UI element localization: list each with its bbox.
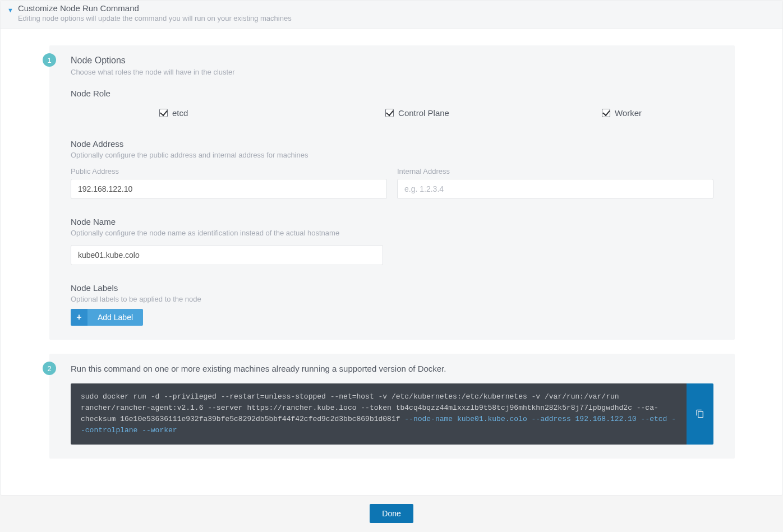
node-address-label: Node Address — [71, 139, 713, 149]
add-label-button[interactable]: + Add Label — [71, 309, 143, 326]
step-1-badge: 1 — [43, 53, 56, 67]
add-label-button-text: Add Label — [87, 309, 143, 326]
public-address-label: Public Address — [71, 167, 387, 175]
step-2-panel: 2 Run this command on one or more existi… — [49, 354, 735, 459]
worker-checkbox[interactable] — [602, 109, 610, 117]
node-name-desc: Optionally configure the node name as id… — [71, 229, 713, 237]
etcd-label: etcd — [172, 108, 188, 118]
header-subtitle: Editing node options will update the com… — [18, 14, 292, 22]
worker-label: Worker — [615, 108, 642, 118]
done-button[interactable]: Done — [370, 504, 413, 523]
cmd-seg-2 — [527, 415, 532, 423]
etcd-checkbox[interactable] — [159, 109, 168, 117]
public-address-input[interactable] — [71, 179, 387, 199]
node-labels-label: Node Labels — [71, 283, 713, 293]
control-plane-checkbox[interactable] — [385, 109, 394, 117]
step-2-badge: 2 — [43, 362, 56, 375]
section-header[interactable]: ▼ Customize Node Run Command Editing nod… — [1, 1, 782, 29]
copy-command-button[interactable] — [687, 383, 713, 445]
node-role-label: Node Role — [71, 89, 713, 98]
node-address-desc: Optionally configure the public address … — [71, 151, 713, 159]
step-1-panel: 1 Node Options Choose what roles the nod… — [49, 45, 735, 340]
plus-icon: + — [71, 309, 87, 326]
node-labels-desc: Optional labels to be applied to the nod… — [71, 295, 713, 303]
clipboard-icon — [696, 408, 704, 419]
cmd-address: --address 192.168.122.10 — [532, 415, 637, 423]
command-output[interactable]: sudo docker run -d --privileged --restar… — [71, 383, 687, 445]
node-options-title: Node Options — [71, 55, 713, 66]
node-options-desc: Choose what roles the node will have in … — [71, 68, 713, 76]
collapse-caret-icon[interactable]: ▼ — [7, 7, 13, 13]
cmd-node-name: --node-name kube01.kube.colo — [404, 415, 527, 423]
node-name-label: Node Name — [71, 217, 713, 226]
node-name-input[interactable] — [71, 245, 383, 265]
internal-address-input[interactable] — [397, 179, 713, 199]
internal-address-label: Internal Address — [397, 167, 713, 175]
control-plane-label: Control Plane — [398, 108, 449, 118]
run-command-title: Run this command on one or more existing… — [71, 364, 713, 373]
header-title: Customize Node Run Command — [18, 3, 292, 13]
cmd-seg-3 — [637, 415, 641, 423]
